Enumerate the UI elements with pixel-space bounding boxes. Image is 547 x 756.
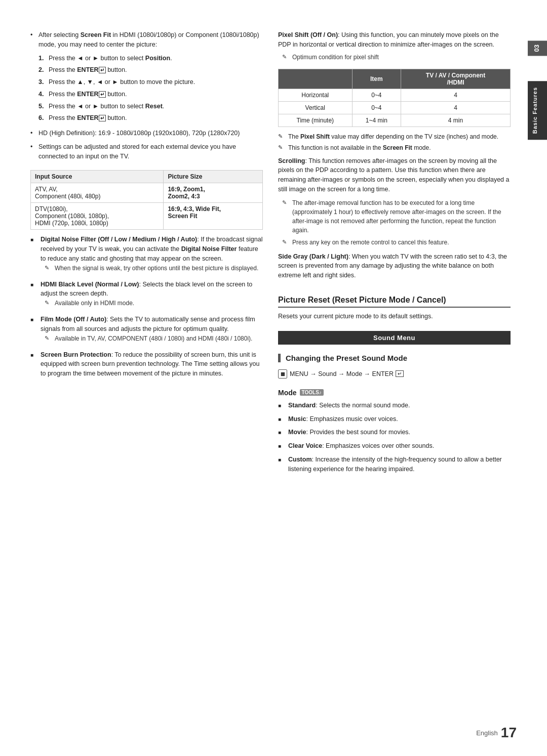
film-mode-note: Available in TV, AV, COMPONENT (480i / 1… [41,334,263,343]
custom-mode-bullet: Custom: Increase the intensity of the hi… [278,455,511,474]
scrolling-text: Scrolling: This function removes after-i… [278,156,511,194]
picture-size-cell: 16:9, Zoom1,Zoom2, 4:3 [164,183,263,203]
mode-label: Mode [278,389,297,397]
movie-mode-bullet: Movie: Provides the best sound for movie… [278,428,511,437]
picture-reset-heading: Picture Reset (Reset Picture Mode / Canc… [278,296,511,308]
chapter-label: Basic Features [528,81,547,140]
step-1: 1. Press the ◄ or ► button to select Pos… [38,54,263,63]
menu-icon: ▦ [278,369,287,379]
chapter-number: 03 [528,40,547,56]
table-row: Time (minute) 1~4 min 4 min [279,114,511,127]
picture-size-cell: 16:9, 4:3, Wide Fit,Screen Fit [164,203,263,230]
pixel-shift-intro: Pixel Shift (Off / On): Using this funct… [278,30,511,50]
hdmi-black-bullet: HDMI Black Level (Normal / Low): Selects… [30,280,263,311]
table-row: Horizontal 0~4 4 [279,89,511,101]
film-mode-bullet: Film Mode (Off / Auto): Sets the TV to a… [30,315,263,346]
mode-heading: Mode TOOLS♪ [278,389,511,397]
standard-mode-bullet: Standard: Selects the normal sound mode. [278,401,511,410]
tv-av-header: TV / AV / Component/HDMI [401,69,511,89]
item-col-header: Item [352,69,401,89]
menu-path: ▦ MENU → Sound → Mode → ENTER↵ [278,369,511,379]
right-column: Pixel Shift (Off / On): Using this funct… [278,30,511,726]
step-2: 2. Press the ENTER↵ button. [38,65,263,75]
digital-noise-bullet: Digital Noise Filter (Off / Low / Medium… [30,235,263,275]
sound-menu-bar: Sound Menu [278,331,511,345]
picture-size-header: Picture Size [164,171,263,183]
screen-fit-bullet: After selecting Screen Fit in HDMI (1080… [30,30,263,50]
input-source-table: Input Source Picture Size ATV, AV,Compon… [30,170,263,230]
step-5: 5. Press the ◄ or ► button to select Res… [38,102,263,111]
screen-fit-bold: Screen Fit [81,31,111,38]
side-tab: 03 Basic Features [526,0,547,756]
pixel-note-1: The Pixel Shift value may differ dependi… [278,133,511,140]
clear-voice-mode-bullet: Clear Voice: Emphasizes voices over othe… [278,441,511,451]
input-source-cell: DTV(1080i),Component (1080i, 1080p),HDMI… [31,203,164,230]
changing-heading: Changing the Preset Sound Mode [278,354,511,362]
table-row: Vertical 0~4 4 [279,101,511,114]
hd-bullet: HD (High Definition): 16:9 - 1080i/1080p… [30,129,263,138]
language-label: English [476,729,498,737]
steps-container: 1. Press the ◄ or ► button to select Pos… [38,54,263,126]
empty-header [279,69,353,89]
scrolling-note-1: The after-image removal function has to … [278,198,511,235]
input-source-cell: ATV, AV,Component (480i, 480p) [31,183,164,203]
picture-reset-desc: Resets your current picture mode to its … [278,313,511,320]
page-footer: English 17 [476,725,517,741]
music-mode-bullet: Music: Emphasizes music over voices. [278,414,511,424]
tools-badge: TOOLS♪ [300,389,324,396]
side-gray-text: Side Gray (Dark / Light): When you watch… [278,252,511,280]
table-row: DTV(1080i),Component (1080i, 1080p),HDMI… [31,203,263,230]
pixel-shift-note: Optimum condition for pixel shift [278,53,511,62]
step-4: 4. Press the ENTER↵ button. [38,90,263,99]
hdmi-black-note: Available only in HDMI mode. [41,299,263,308]
main-content: After selecting Screen Fit in HDMI (1080… [0,0,526,756]
settings-bullet: Settings can be adjusted and stored for … [30,142,263,161]
pixel-shift-table: Item TV / AV / Component/HDMI Horizontal… [278,69,511,127]
input-source-header: Input Source [31,171,164,183]
page-number: 17 [501,725,517,741]
step-3: 3. Press the ▲, ▼, ◄ or ► button to move… [38,77,263,87]
screen-burn-bullet: Screen Burn Protection: To reduce the po… [30,350,263,379]
table-row: ATV, AV,Component (480i, 480p) 16:9, Zoo… [31,183,263,203]
scrolling-note-2: Press any key on the remote control to c… [278,238,511,247]
page-container: 03 Basic Features After selecting Screen… [0,0,547,756]
digital-noise-note: When the signal is weak, try other optio… [41,264,263,273]
step-6: 6. Press the ENTER↵ button. [38,113,263,123]
left-column: After selecting Screen Fit in HDMI (1080… [30,30,263,726]
pixel-note-2: This function is not available in the Sc… [278,144,511,151]
